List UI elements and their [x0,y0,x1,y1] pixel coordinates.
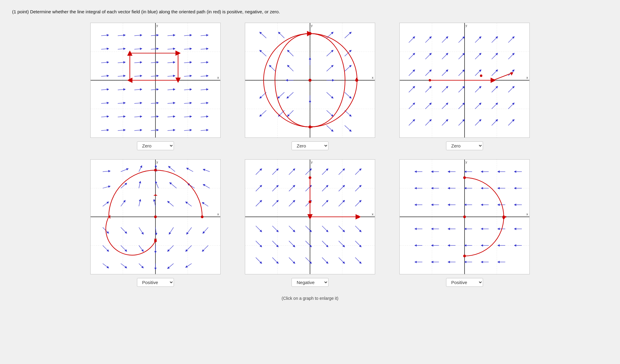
svg-text:y: y [465,24,467,27]
graph-canvas-6[interactable]: x y [399,159,530,274]
svg-point-119 [308,32,312,35]
graph-canvas-3[interactable]: x y [399,23,530,138]
svg-text:y: y [465,160,467,164]
svg-point-300 [309,200,312,203]
graph-canvas-2[interactable]: x y [245,23,375,138]
svg-text:y: y [311,160,313,164]
svg-point-239 [201,216,204,218]
svg-point-358 [463,216,466,218]
svg-point-302 [357,216,360,218]
graph-canvas-1[interactable]: x y [90,23,221,138]
svg-text:y: y [156,160,158,164]
svg-point-120 [355,79,358,82]
page-container: (1 point) Determine whether the line int… [0,0,620,364]
svg-text:x: x [526,76,528,79]
svg-point-181 [492,79,495,81]
footer-note: (Click on a graph to enlarge it) [12,296,608,301]
graph-cell-6: x y [392,159,537,287]
select-4[interactable]: Positive Negative Zero [137,278,174,287]
svg-point-241 [154,169,157,171]
svg-point-240 [154,216,157,218]
dropdown-wrapper-4: Positive Negative Zero [137,278,174,287]
graphs-grid: x y [83,23,537,287]
svg-text:x: x [217,212,219,216]
svg-point-359 [463,255,466,257]
dropdown-wrapper-5: Positive Negative Zero [292,278,328,287]
svg-text:x: x [372,76,374,79]
dropdown-wrapper-1: Positive Negative Zero [137,141,174,150]
graph-cell-1: x y [83,23,228,150]
svg-text:x: x [217,76,219,79]
select-2[interactable]: Positive Negative Zero [292,141,328,150]
svg-point-182 [480,74,482,77]
graph-cell-3: x y [392,23,537,150]
svg-text:x: x [526,212,528,216]
svg-point-301 [309,216,312,218]
svg-point-75 [128,79,131,81]
graph-cell-4: x y [83,159,228,287]
svg-point-121 [308,79,312,82]
svg-point-242 [154,240,157,242]
svg-point-180 [429,79,431,81]
select-1[interactable]: Positive Negative Zero [137,141,174,150]
dropdown-wrapper-6: Positive Negative Zero [446,278,483,287]
select-6[interactable]: Positive Negative Zero [446,278,483,287]
graph-cell-5: x y [237,159,383,287]
svg-text:y: y [311,24,313,27]
svg-point-299 [309,176,312,179]
svg-point-73 [177,52,179,54]
svg-point-72 [128,52,131,54]
graph-cell-2: x y [237,23,383,150]
select-3[interactable]: Positive Negative Zero [446,141,483,150]
instructions-text: (1 point) Determine whether the line int… [12,9,608,14]
svg-point-357 [463,176,466,179]
graph-canvas-5[interactable]: x y [245,159,375,274]
svg-point-74 [177,79,179,81]
dropdown-wrapper-2: Positive Negative Zero [292,141,328,150]
graph-canvas-4[interactable]: x y [90,159,221,274]
svg-point-122 [308,125,312,128]
svg-text:x: x [372,212,374,216]
select-5[interactable]: Positive Negative Zero [292,278,328,287]
svg-text:y: y [156,24,158,27]
dropdown-wrapper-3: Positive Negative Zero [446,141,483,150]
